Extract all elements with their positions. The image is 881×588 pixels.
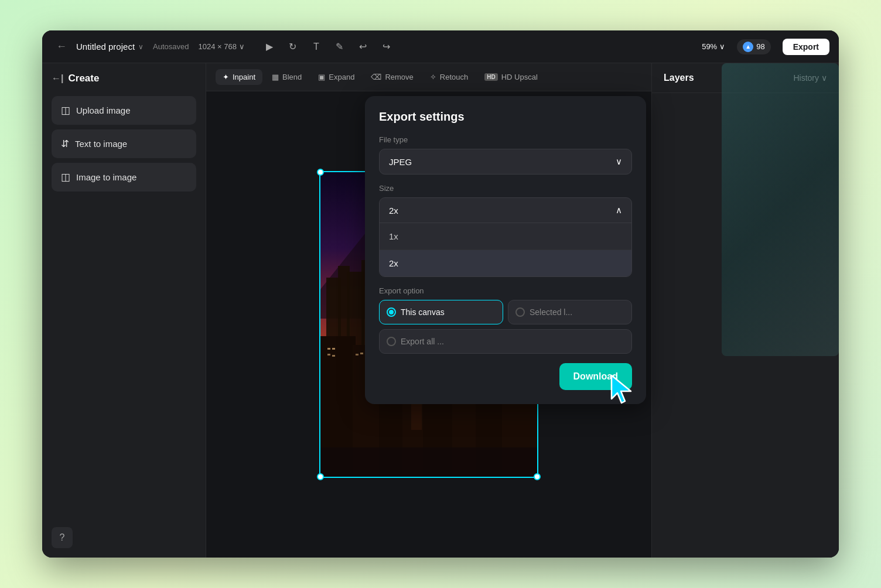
sidebar-header: ←| Create — [52, 73, 196, 84]
help-button[interactable]: ? — [52, 527, 73, 548]
project-name-section[interactable]: Untitled project ∨ — [76, 42, 144, 52]
remove-icon: ⌫ — [371, 73, 381, 81]
sidebar-title: Create — [68, 73, 99, 84]
export-option-section: Export option This canvas Selected l... — [379, 286, 632, 354]
export-button[interactable]: Export — [783, 39, 829, 55]
this-canvas-label: This canvas — [401, 307, 445, 317]
remove-button[interactable]: ⌫ Remove — [364, 69, 420, 85]
blend-label: Blend — [282, 73, 302, 81]
redo-button[interactable]: ↪ — [378, 39, 395, 55]
history-label: History — [793, 73, 819, 83]
canvas-size-chevron-icon: ∨ — [239, 42, 245, 51]
svg-rect-49 — [360, 353, 363, 354]
file-type-label: File type — [379, 135, 632, 144]
back-button[interactable]: ← — [52, 38, 71, 55]
radio-dot-inner — [389, 310, 394, 314]
size-chevron-open-icon: ∧ — [616, 205, 622, 216]
export-all-radio — [387, 337, 396, 346]
rotate-tool-button[interactable]: ↻ — [285, 39, 301, 55]
svg-rect-45 — [332, 348, 335, 350]
inpaint-button[interactable]: ✦ Inpaint — [216, 69, 262, 85]
select-tool-button[interactable]: ▶ — [261, 39, 278, 55]
resize-handle-bottom-left[interactable] — [317, 473, 324, 480]
export-option-row: This canvas Selected l... — [379, 300, 632, 324]
back-icon: ← — [56, 40, 67, 53]
file-type-chevron-icon: ∨ — [616, 156, 622, 167]
sidebar-back-icon: ←| — [52, 73, 63, 84]
svg-rect-48 — [356, 354, 358, 355]
this-canvas-radio — [387, 307, 396, 317]
export-settings-panel: Export settings File type JPEG ∨ Size 2x — [365, 96, 646, 404]
this-canvas-button[interactable]: This canvas — [379, 300, 503, 324]
expand-icon: ▣ — [318, 73, 325, 81]
svg-rect-44 — [327, 348, 330, 350]
app-window: ← Untitled project ∨ Autosaved 1024 × 76… — [42, 30, 839, 558]
size-option-1x[interactable]: 1x — [380, 223, 631, 250]
project-title: Untitled project — [76, 42, 135, 52]
export-option-label: Export option — [379, 286, 632, 295]
expand-label: Expand — [329, 73, 354, 81]
upload-image-button[interactable]: ◫ Upload image — [52, 96, 196, 125]
canvas-size-selector[interactable]: 1024 × 768 ∨ — [199, 42, 245, 51]
image-to-image-label: Image to image — [76, 172, 136, 182]
resize-handle-top-left[interactable] — [317, 169, 324, 176]
file-type-select[interactable]: JPEG ∨ — [379, 149, 632, 175]
upscal-label: HD Upscal — [501, 73, 538, 81]
undo-button[interactable]: ↩ — [355, 39, 371, 55]
expand-button[interactable]: ▣ Expand — [311, 69, 361, 85]
history-chevron-icon: ∨ — [821, 73, 827, 83]
blend-button[interactable]: ▦ Blend — [265, 69, 309, 85]
upscal-button[interactable]: HD HD Upscal — [477, 69, 545, 85]
svg-rect-47 — [332, 355, 335, 357]
history-button[interactable]: History ∨ — [793, 73, 827, 83]
project-chevron-icon: ∨ — [138, 43, 144, 51]
size-label: Size — [379, 184, 632, 193]
resize-handle-bottom-right[interactable] — [534, 473, 541, 480]
retouch-button[interactable]: ✧ Retouch — [423, 69, 475, 85]
right-panel-header: Layers History ∨ — [652, 63, 839, 93]
size-dropdown-open: 2x ∧ 1x 2x — [379, 197, 632, 277]
tool-group: ▶ ↻ T ✎ ↩ ↪ — [261, 39, 395, 55]
size-option-1x-label: 1x — [389, 231, 398, 241]
upload-image-label: Upload image — [76, 105, 131, 115]
credits-count: 98 — [756, 42, 764, 51]
file-type-value: JPEG — [389, 157, 412, 167]
image-to-image-button[interactable]: ◫ Image to image — [52, 163, 196, 192]
main-layout: ←| Create ◫ Upload image ⇵ Text to image… — [42, 63, 839, 558]
svg-rect-46 — [327, 354, 330, 355]
file-type-section: File type JPEG ∨ — [379, 135, 632, 175]
credits-display[interactable]: ▲ 98 — [737, 39, 770, 54]
layers-title: Layers — [664, 73, 694, 83]
toolbar-strip: ✦ Inpaint ▦ Blend ▣ Expand ⌫ Remove ✧ — [206, 63, 651, 91]
zoom-control[interactable]: 59% ∨ — [702, 42, 725, 51]
help-icon: ? — [60, 532, 65, 543]
pen-tool-button[interactable]: ✎ — [332, 39, 348, 55]
blend-icon: ▦ — [272, 73, 279, 81]
zoom-chevron-icon: ∨ — [719, 42, 725, 51]
image-to-image-icon: ◫ — [61, 171, 70, 183]
selected-button[interactable]: Selected l... — [508, 300, 632, 324]
size-select-header[interactable]: 2x ∧ — [380, 198, 631, 223]
autosaved-status: Autosaved — [153, 42, 189, 51]
export-settings-title: Export settings — [379, 110, 632, 124]
export-all-button[interactable]: Export all ... — [379, 329, 632, 354]
svg-rect-52 — [320, 447, 537, 477]
header: ← Untitled project ∨ Autosaved 1024 × 76… — [42, 30, 839, 63]
inpaint-icon: ✦ — [223, 73, 229, 81]
text-to-image-button[interactable]: ⇵ Text to image — [52, 129, 196, 158]
zoom-value: 59% — [702, 42, 717, 51]
size-section: Size 2x ∧ 1x 2x — [379, 184, 632, 277]
text-tool-button[interactable]: T — [308, 39, 325, 55]
hd-badge: HD — [484, 73, 497, 81]
download-section: Download — [379, 363, 632, 390]
selected-radio — [515, 307, 525, 317]
right-panel: Layers History ∨ Export settings File ty… — [651, 63, 839, 558]
size-option-2x[interactable]: 2x — [380, 250, 631, 276]
sidebar: ←| Create ◫ Upload image ⇵ Text to image… — [42, 63, 206, 558]
export-all-label: Export all ... — [401, 337, 444, 346]
remove-label: Remove — [385, 73, 413, 81]
text-to-image-label: Text to image — [75, 139, 127, 149]
retouch-icon: ✧ — [430, 73, 436, 81]
selected-label: Selected l... — [530, 307, 572, 317]
cursor-pointer — [609, 372, 638, 402]
